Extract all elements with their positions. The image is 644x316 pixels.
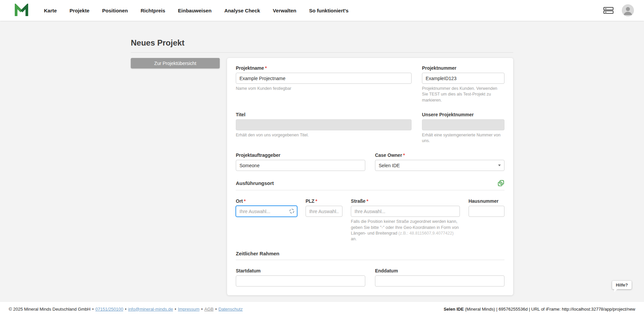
zeitlicher-rahmen-section-header: Zeitlicher Rahmen <box>236 251 504 260</box>
chevron-down-icon <box>498 165 501 166</box>
projektname-input[interactable] <box>236 73 412 84</box>
startdatum-field-group: Startdatum <box>236 268 365 287</box>
required-asterisk: * <box>403 152 405 158</box>
projektauftraggeber-input[interactable] <box>236 160 365 171</box>
strasse-label: Straße <box>351 198 366 204</box>
case-owner-label: Case Owner <box>375 152 402 158</box>
nav-item-so-funktionierts[interactable]: So funktioniert's <box>303 8 355 13</box>
plz-input[interactable] <box>306 206 342 217</box>
case-owner-selected-value: Selen IDE <box>379 163 400 168</box>
unsere-projektnummer-helper: Erhält eine systemgenerierte Nummer von … <box>422 132 504 144</box>
brand-logo[interactable] <box>14 4 29 17</box>
required-asterisk: * <box>265 65 267 71</box>
startdatum-input[interactable] <box>236 275 365 287</box>
nav-item-projekte[interactable]: Projekte <box>63 8 96 13</box>
nav-item-analyse-check[interactable]: Analyse Check <box>218 8 267 13</box>
projektauftraggeber-label: Projektauftraggeber <box>236 152 280 158</box>
hausnummer-input[interactable] <box>469 206 504 217</box>
required-asterisk: * <box>244 198 246 204</box>
page-title: Neues Projekt <box>131 38 513 48</box>
projektnummer-input[interactable] <box>422 73 504 84</box>
titel-field-group: Titel Erhält den von uns vorgegebenen Ti… <box>236 112 412 144</box>
strasse-input[interactable] <box>351 206 460 217</box>
case-owner-select[interactable]: Selen IDE <box>375 160 504 171</box>
loading-spinner-icon <box>289 209 294 213</box>
main-content: Neues Projekt Zur Projektübersicht Proje… <box>0 21 644 302</box>
ausfuehrungsort-heading: Ausführungsort <box>236 180 274 186</box>
plz-label: PLZ <box>306 198 314 204</box>
strasse-helper: Falls die Position keiner Straße zugeord… <box>351 219 460 242</box>
strasse-field-group: Straße* Falls die Position keiner Straße… <box>351 198 460 242</box>
titel-helper: Erhält den von uns vorgegebenen Titel. <box>236 132 412 138</box>
projektnummer-field-group: Projektnummer Projektnummer des Kunden. … <box>422 65 504 103</box>
copyright-text: © 2025 Mineral Minds Deutschland GmbH <box>9 307 91 312</box>
projektauftraggeber-field-group: Projektauftraggeber <box>236 152 365 171</box>
footer-separator: • <box>215 307 217 312</box>
copy-location-icon[interactable] <box>497 180 504 187</box>
unsere-projektnummer-field-group: Unsere Projektnummer Erhält eine systemg… <box>422 112 504 144</box>
startdatum-label: Startdatum <box>236 268 261 273</box>
nav-item-einbauweisen[interactable]: Einbauweisen <box>172 8 218 13</box>
server-icon[interactable] <box>603 7 614 14</box>
ausfuehrungsort-section-header: Ausführungsort <box>236 180 504 190</box>
ort-input[interactable] <box>236 206 297 217</box>
projektname-helper: Name vom Kunden festlegbar <box>236 86 412 91</box>
required-asterisk: * <box>315 198 317 204</box>
enddatum-label: Enddatum <box>375 268 398 273</box>
top-nav: Karte Projekte Positionen Richtpreis Ein… <box>0 0 644 21</box>
mineral-minds-m-icon <box>14 4 29 17</box>
session-user: Selen IDE <box>444 307 464 312</box>
nav-item-verwalten[interactable]: Verwalten <box>266 8 303 13</box>
nav-item-richtpreis[interactable]: Richtpreis <box>134 8 171 13</box>
titel-input <box>236 119 412 130</box>
project-form-card: Projektname* Name vom Kunden festlegbar … <box>227 58 513 295</box>
ort-label: Ort <box>236 198 243 204</box>
hausnummer-label: Hausnummer <box>469 198 498 204</box>
footer-link-datenschutz[interactable]: Datenschutz <box>218 307 243 312</box>
nav-item-positionen[interactable]: Positionen <box>96 8 135 13</box>
plz-field-group: PLZ* <box>306 198 342 242</box>
projektnummer-helper: Projektnummer des Kunden. Verwenden Sie … <box>422 86 504 103</box>
session-details: (Mineral Minds) | 69576255536d | URL of … <box>464 307 635 312</box>
footer-link-email[interactable]: info@mineral-minds.de <box>128 307 173 312</box>
unsere-projektnummer-input <box>422 119 504 130</box>
nav-right <box>603 4 634 16</box>
back-to-project-overview-button[interactable]: Zur Projektübersicht <box>131 58 220 68</box>
titel-label: Titel <box>236 112 246 117</box>
zeitlicher-rahmen-heading: Zeitlicher Rahmen <box>236 251 279 256</box>
footer-link-impressum[interactable]: Impressum <box>178 307 199 312</box>
hausnummer-field-group: Hausnummer <box>469 198 504 242</box>
footer-legal: © 2025 Mineral Minds Deutschland GmbH • … <box>9 307 243 312</box>
nav-item-karte[interactable]: Karte <box>38 8 63 13</box>
footer: © 2025 Mineral Minds Deutschland GmbH • … <box>0 302 644 316</box>
projektnummer-label: Projektnummer <box>422 65 457 71</box>
session-info: Selen IDE (Mineral Minds) | 69576255536d… <box>444 307 635 312</box>
help-button-label: Hilfe? <box>616 282 628 288</box>
projektname-field-group: Projektname* Name vom Kunden festlegbar <box>236 65 412 103</box>
user-avatar[interactable] <box>622 4 634 16</box>
main-nav: Karte Projekte Positionen Richtpreis Ein… <box>38 8 355 13</box>
case-owner-field-group: Case Owner* Selen IDE <box>375 152 504 171</box>
footer-separator: • <box>92 307 94 312</box>
footer-link-agb[interactable]: AGB <box>204 307 213 312</box>
enddatum-input[interactable] <box>375 275 504 287</box>
help-button[interactable]: Hilfe? <box>612 281 632 289</box>
footer-separator: • <box>125 307 126 312</box>
projektname-label: Projektname <box>236 65 264 71</box>
enddatum-field-group: Enddatum <box>375 268 504 287</box>
required-asterisk: * <box>367 198 368 204</box>
title-divider <box>131 52 513 53</box>
ort-field-group: Ort* <box>236 198 297 242</box>
unsere-projektnummer-label: Unsere Projektnummer <box>422 112 474 117</box>
footer-link-phone[interactable]: 07151/250100 <box>95 307 123 312</box>
footer-separator: • <box>201 307 203 312</box>
footer-separator: • <box>175 307 176 312</box>
